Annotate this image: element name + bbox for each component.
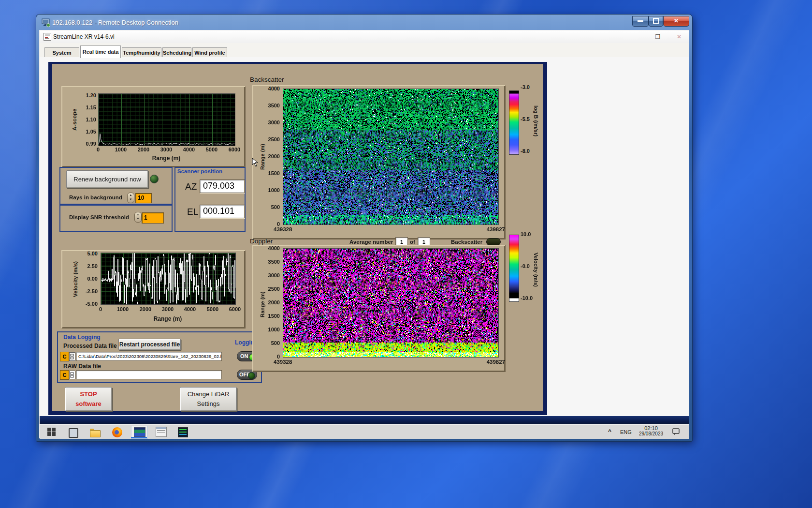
on-label: ON: [240, 353, 248, 359]
doppler-ytick: 2000: [257, 299, 280, 305]
az-label: AZ: [185, 181, 197, 192]
processed-path-field[interactable]: C:\Lidar\Data\Proc\2023\202308\20230829\…: [76, 352, 222, 361]
display-snr-threshold-label: Display SNR threshold: [69, 214, 134, 220]
app-close-button[interactable]: ✕: [673, 33, 685, 41]
hidden-icons-chevron[interactable]: ^: [608, 428, 611, 435]
doppler-ytick: 3500: [257, 259, 280, 265]
clock-date[interactable]: 29/08/2023: [635, 431, 667, 436]
active-app-indicator: [131, 437, 147, 438]
rays-value-field[interactable]: 10: [135, 193, 152, 203]
rays-spinner[interactable]: ▲▼: [127, 193, 134, 203]
ascope-xtick: 4000: [178, 147, 200, 152]
notification-center-icon[interactable]: [672, 428, 681, 438]
rdp-maximize-button[interactable]: [649, 16, 663, 27]
renew-background-button[interactable]: Renew background now: [66, 170, 148, 188]
el-value-display: 000.101: [200, 205, 245, 218]
app-vi-icon: [44, 33, 51, 41]
ascope-xtick: 1000: [110, 147, 131, 152]
doppler-ytick: 4000: [257, 245, 280, 251]
velocity-xtick: 4000: [179, 306, 201, 312]
start-button[interactable]: [47, 428, 56, 436]
velocity-xtick: 3000: [157, 306, 178, 312]
task-view-button[interactable]: [69, 428, 78, 438]
ascope-ytick: 1.10: [72, 117, 96, 122]
backscatter-ytick: 1000: [257, 187, 280, 193]
doppler-ytick: 3000: [257, 272, 280, 278]
firefox-icon[interactable]: [112, 427, 122, 437]
doppler-colorbar: [509, 235, 519, 302]
raw-path-field[interactable]: [76, 370, 222, 379]
backscatter-ytick: 3000: [257, 120, 280, 125]
stop-software-button[interactable]: STOP software: [65, 387, 112, 411]
velocity-ytick: 2.50: [72, 263, 98, 269]
clock-time[interactable]: 02:10: [637, 425, 665, 431]
ascope-ytick: 1.15: [72, 105, 96, 110]
velocity-xtick: 5000: [202, 306, 223, 312]
doppler-ytick: 500: [257, 340, 280, 346]
velocity-plot: [101, 253, 236, 305]
backscatter-colorbar: [509, 90, 519, 155]
language-indicator[interactable]: ENG: [620, 429, 632, 435]
velocity-ytick: 0.00: [72, 276, 98, 282]
stop-line1: STOP: [80, 390, 97, 398]
backscatter-cb-label: -3.0: [521, 84, 541, 90]
doppler-title: Doppler: [250, 238, 289, 245]
snr-value-field[interactable]: 1: [142, 212, 164, 224]
tab-scheduling[interactable]: Scheduling: [162, 47, 191, 58]
screen: 192.168.0.122 - Remote Desktop Connectio…: [0, 0, 812, 508]
velocity-xtick: 2000: [135, 306, 156, 312]
rdp-icon: [42, 18, 50, 27]
tab-wind-profile[interactable]: Wind profile: [192, 47, 227, 58]
ascope-ytick: 1.05: [72, 129, 96, 134]
processed-browse-icon[interactable]: [69, 352, 75, 361]
change-lidar-settings-button[interactable]: Change LiDAR Settings: [180, 387, 237, 411]
ascope-xtick: 2000: [133, 147, 154, 152]
ascope-xtick: 0: [87, 147, 109, 152]
ascope-xtick: 6000: [224, 147, 245, 152]
app-window-title: StreamLine XR v14-6.vi: [53, 33, 246, 40]
file-explorer-icon[interactable]: [90, 429, 101, 437]
off-led: [248, 372, 255, 379]
rays-in-background-label: Rays in background: [69, 194, 127, 200]
ascope-plot: [98, 93, 235, 146]
tab-temp-humidity[interactable]: Temp/humidity: [122, 47, 161, 58]
az-value-display: 079.003: [200, 179, 245, 193]
restart-processed-file-button[interactable]: Restart processed file: [118, 339, 181, 350]
doppler-ytick: 2500: [257, 286, 280, 292]
backscatter-title: Backscatter: [250, 76, 308, 83]
doppler-x-left: 439328: [274, 359, 312, 365]
velocity-xlabel: Range (m): [144, 315, 192, 322]
rdp-minimize-button[interactable]: [632, 16, 649, 27]
doppler-colorbar-unit: Velocity (m/s): [531, 244, 539, 295]
stop-line2: software: [75, 400, 101, 407]
backscatter-x-left: 439328: [274, 226, 312, 232]
rdp-close-button[interactable]: ✕: [663, 16, 689, 27]
ascope-ytick: 0.99: [72, 141, 96, 147]
tab-system-setup[interactable]: System setup: [44, 47, 79, 58]
scan-scheduler-icon[interactable]: [156, 427, 167, 437]
raw-drive-selector[interactable]: C: [60, 370, 69, 380]
doppler-cb-label: 10.0: [521, 231, 543, 237]
mouse-cursor: [252, 158, 259, 169]
app-restore-button[interactable]: ❐: [652, 33, 664, 41]
processed-drive-selector[interactable]: C: [60, 352, 69, 361]
backscatter-colorbar-unit: log B (/m/sr): [531, 97, 539, 145]
scanner-position-title: Scanner position: [177, 168, 231, 174]
doppler-x-right: 439827: [467, 359, 505, 365]
ascope-xtick: 3000: [156, 147, 177, 152]
app-icon-green-lines[interactable]: [178, 427, 188, 437]
velocity-ytick: -2.50: [72, 288, 98, 294]
backscatter-ytick: 2500: [257, 136, 280, 142]
raw-browse-icon[interactable]: [69, 371, 75, 379]
scanner-position-box: [174, 167, 246, 232]
velocity-ytick: 5.00: [72, 251, 98, 256]
velocity-xtick: 1000: [112, 306, 133, 312]
velocity-xtick: 6000: [224, 306, 246, 312]
backscatter-ytick: 3500: [257, 103, 280, 108]
backscatter-toggle-label: Backscatter: [451, 239, 485, 245]
app-minimize-button[interactable]: —: [630, 33, 643, 41]
raw-data-file-label: RAW Data file: [63, 363, 116, 370]
tab-real-time-data[interactable]: Real time data: [80, 45, 121, 58]
snr-spinner[interactable]: ▲▼: [134, 212, 142, 223]
streamline-app-icon: [134, 427, 145, 437]
